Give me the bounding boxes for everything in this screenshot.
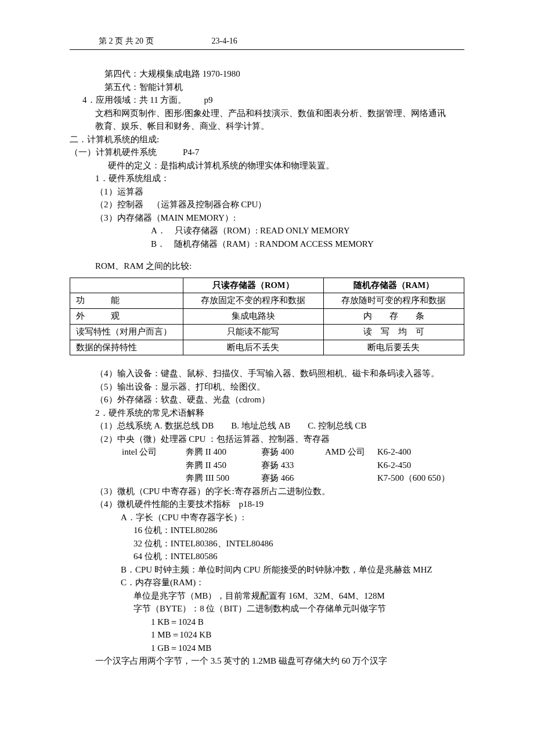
table-header-rom: 只读存储器（ROM）	[183, 278, 323, 293]
table-cell: 断电后不丢失	[183, 340, 323, 355]
hw2-4b: B．CPU 时钟主频：单位时间内 CPU 所能接受的时钟脉冲数，单位是兆赫兹 M…	[70, 563, 464, 577]
item-4-line1: 文档和网页制作、图形/图象处理、产品和科技演示、数值和图表分析、数据管理、网络通…	[70, 107, 464, 120]
hw2: 2．硬件系统的常见术语解释	[70, 406, 464, 420]
cpu-cell	[325, 459, 377, 472]
hw2-4c3: 1 KB＝1024 B	[70, 615, 464, 629]
rom-ram-title: ROM、RAM 之间的比较:	[70, 260, 464, 273]
cpu-cell	[122, 459, 186, 472]
table-cell: 数据的保持特性	[70, 340, 183, 355]
hw2-4a1: 16 位机：INTEL80286	[70, 524, 464, 537]
hw1-1: （1）运算器	[70, 185, 464, 199]
table-cell: 只能读不能写	[183, 324, 323, 340]
hw2-4a: A．字长（CPU 中寄存器字长）:	[70, 511, 464, 524]
table-cell: 断电后要丢失	[323, 340, 464, 355]
rom-ram-table: 只读存储器（ROM） 随机存储器（RAM） 功 能 存放固定不变的程序和数据 存…	[70, 278, 464, 356]
table-row: 数据的保持特性 断电后不丢失 断电后要丢失	[70, 340, 464, 355]
page-header: 第 2 页 共 20 页 23-4-16	[70, 35, 464, 50]
table-row: 外 观 集成电路块 内 存 条	[70, 309, 464, 325]
table-cell: 读 写 均 可	[323, 324, 464, 340]
gen4-line: 第四代：大规模集成电路 1970-1980	[104, 67, 464, 81]
item-4-line2: 教育、娱乐、帐目和财务、商业、科学计算。	[70, 120, 464, 133]
item-4: 4．应用领域：共 11 方面。 p9	[70, 93, 464, 107]
page-number: 第 2 页 共 20 页	[99, 35, 154, 47]
content-top: 第四代：大规模集成电路 1970-1980 第五代：智能计算机	[70, 67, 464, 93]
cpu-cell: 赛扬 466	[261, 471, 325, 485]
cpu-cell: 赛扬 400	[261, 445, 325, 459]
hw2-2: （2）中央（微）处理器 CPU ：包括运算器、控制器、寄存器	[70, 433, 464, 446]
hw2-4a3: 64 位机：INTEL80586	[70, 550, 464, 563]
hw2-3: （3）微机（CPU 中寄存器）的字长:寄存器所占二进制位数。	[70, 485, 464, 498]
cpu-cell: K7-500（600 650）	[377, 471, 459, 485]
table-cell: 外 观	[70, 309, 183, 325]
hw2-4c: C．内存容量(RAM)：	[70, 576, 464, 589]
cpu-grid: intel 公司 奔腾 II 400 赛扬 400 AMD 公司 K6-2-40…	[70, 445, 464, 485]
header-date: 23-4-16	[212, 35, 237, 47]
hw2-4c5: 1 GB＝1024 MB	[70, 642, 464, 655]
cpu-cell: 奔腾 II 400	[186, 445, 261, 459]
hw-def: 硬件的定义：是指构成计算机系统的物理实体和物理装置。	[70, 159, 464, 172]
cpu-cell: 奔腾 III 500	[186, 471, 261, 485]
hw2-4c2: 字节（BYTE）：8 位（BIT）二进制数构成一个存储单元叫做字节	[70, 602, 464, 615]
hw1-6: （6）外存储器：软盘、硬盘、光盘（cdrom）	[70, 393, 464, 406]
cpu-cell: AMD 公司	[325, 445, 377, 459]
table-cell: 存放固定不变的程序和数据	[183, 293, 323, 309]
hw1-3: （3）内存储器（MAIN MEMORY）:	[70, 211, 464, 225]
table-cell: 存放随时可变的程序和数据	[323, 293, 464, 309]
cpu-cell: K6-2-450	[377, 459, 459, 472]
cpu-cell	[122, 471, 186, 485]
hw1-3a: A． 只读存储器（ROM）: READ ONLY MEMORY	[70, 224, 464, 237]
table-header-blank	[70, 278, 183, 293]
hw2-4c1: 单位是兆字节（MB），目前常规配置有 16M、32M、64M、128M	[70, 589, 464, 603]
hw1: 1．硬件系统组成：	[70, 172, 464, 185]
hw2-4: （4）微机硬件性能的主要技术指标 p18-19	[70, 498, 464, 511]
table-row: 功 能 存放固定不变的程序和数据 存放随时可变的程序和数据	[70, 293, 464, 309]
table-header-ram: 随机存储器（RAM）	[323, 278, 464, 293]
table-cell: 功 能	[70, 293, 183, 309]
hw1-3b: B． 随机存储器（RAM）: RANDOM ACCESS MEMORY	[70, 237, 464, 251]
table-cell: 集成电路块	[183, 309, 323, 325]
hw2-1: （1）总线系统 A. 数据总线 DB B. 地址总线 AB C. 控制总线 CB	[70, 419, 464, 433]
table-cell: 读写特性（对用户而言）	[70, 324, 183, 340]
cpu-cell	[325, 471, 377, 485]
page: 第 2 页 共 20 页 23-4-16 第四代：大规模集成电路 1970-19…	[0, 0, 534, 756]
cpu-cell: 奔腾 II 450	[186, 459, 261, 472]
content-body: 4．应用领域：共 11 方面。 p9 文档和网页制作、图形/图象处理、产品和科技…	[70, 93, 464, 668]
cpu-cell: intel 公司	[122, 445, 186, 459]
table-cell: 内 存 条	[323, 309, 464, 325]
hw2-4-last: 一个汉字占用两个字节，一个 3.5 英寸的 1.2MB 磁盘可存储大约 60 万…	[70, 654, 464, 668]
table-header-row: 只读存储器（ROM） 随机存储器（RAM）	[70, 278, 464, 293]
hw2-4a2: 32 位机：INTEL80386、INTEL80486	[70, 537, 464, 550]
gen5-line: 第五代：智能计算机	[104, 81, 464, 94]
hw1-5: （5）输出设备：显示器、打印机、绘图仪。	[70, 380, 464, 394]
hw2-4c4: 1 MB＝1024 KB	[70, 628, 464, 642]
table-row: 读写特性（对用户而言） 只能读不能写 读 写 均 可	[70, 324, 464, 340]
cpu-cell: 赛扬 433	[261, 459, 325, 472]
cpu-cell: K6-2-400	[377, 445, 459, 459]
hw1-2: （2）控制器 （运算器及控制器合称 CPU）	[70, 198, 464, 211]
hw1-4: （4）输入设备：键盘、鼠标、扫描仪、手写输入器、数码照相机、磁卡和条码读入器等。	[70, 367, 464, 380]
section-2-sub1: （一）计算机硬件系统 P4-7	[70, 146, 464, 159]
section-2-title: 二．计算机系统的组成:	[70, 133, 464, 146]
